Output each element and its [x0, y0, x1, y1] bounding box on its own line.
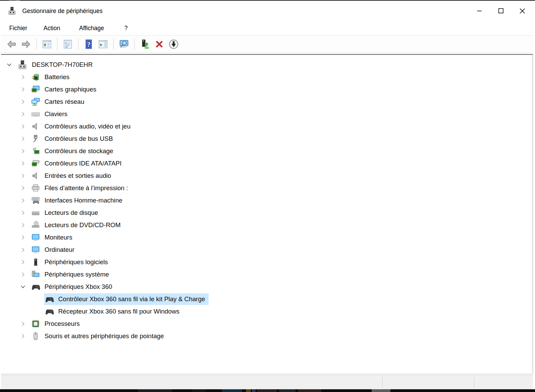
tree-item[interactable]: Moniteurs — [1, 231, 533, 244]
uninstall-device-button[interactable] — [152, 37, 166, 51]
tree-item[interactable]: Souris et autres périphériques de pointa… — [1, 330, 533, 342]
tree-item-label: Récepteur Xbox 360 sans fil pour Windows — [58, 308, 179, 315]
tree-item-body[interactable]: Contrôleur Xbox 360 sans fil via le kit … — [44, 293, 209, 305]
chevron-right-icon[interactable] — [20, 185, 26, 191]
tree-item[interactable]: Périphériques logiciels — [1, 256, 533, 268]
disable-device-button[interactable] — [167, 37, 181, 51]
close-button[interactable] — [512, 1, 533, 21]
chevron-right-icon[interactable] — [20, 222, 26, 228]
tree-item-body[interactable]: Cartes réseau — [30, 96, 88, 108]
chevron-right-icon[interactable] — [20, 333, 26, 339]
tree-item[interactable]: DESKTOP-7H70EHR — [1, 59, 533, 71]
tree-item-body[interactable]: Récepteur Xbox 360 sans fil pour Windows — [44, 306, 183, 317]
tree-item[interactable]: Cartes réseau — [1, 96, 533, 108]
chevron-right-icon[interactable] — [20, 247, 26, 253]
toolbar-separator — [78, 38, 78, 50]
menu-action[interactable]: Action — [43, 21, 60, 35]
chevron-down-icon[interactable] — [20, 284, 26, 290]
tree-item[interactable]: Cartes graphiques — [1, 83, 533, 96]
chevron-right-icon[interactable] — [20, 210, 26, 216]
back-button[interactable] — [5, 37, 18, 51]
chevron-right-icon[interactable] — [20, 148, 26, 154]
tree-item[interactable]: Files d’attente à l’impression : — [1, 182, 533, 194]
tree-item[interactable]: Batteries — [1, 71, 533, 83]
mouse-icon — [31, 332, 40, 341]
forward-button[interactable] — [19, 37, 33, 51]
tree-item-label: Contrôleur Xbox 360 sans fil via le kit … — [58, 295, 205, 303]
tree-item-body[interactable]: Périphériques système — [30, 269, 112, 280]
properties-button[interactable] — [61, 37, 75, 51]
chevron-right-icon[interactable] — [20, 272, 26, 277]
chevron-right-icon[interactable] — [20, 173, 26, 179]
chevron-right-icon[interactable] — [20, 161, 26, 166]
tree-item[interactable]: Claviers — [1, 108, 533, 120]
toolbar-separator — [36, 38, 37, 50]
show-hide-action-pane-button[interactable] — [96, 37, 110, 51]
tree-item-body[interactable]: Lecteurs de disque — [30, 207, 101, 219]
chevron-right-icon[interactable] — [20, 111, 26, 117]
tree-item[interactable]: Lecteurs de disque — [1, 207, 533, 219]
title-bar[interactable]: Gestionnaire de périphériques — [1, 1, 533, 21]
tree-item[interactable]: Entrées et sorties audio — [1, 170, 533, 182]
device-tree-panel[interactable]: DESKTOP-7H70EHRBatteriesCartes graphique… — [1, 54, 533, 374]
minimize-button[interactable] — [469, 1, 490, 21]
tree-item-body[interactable]: Entrées et sorties audio — [30, 170, 114, 182]
tree-item-body[interactable]: Contrôleurs audio, vidéo et jeu — [30, 121, 134, 132]
tree-item-label: Ordinateur — [45, 246, 74, 254]
menu-aide[interactable]: ? — [124, 21, 128, 35]
tree-item-body[interactable]: Processeurs — [30, 318, 83, 330]
scan-hardware-changes-button[interactable] — [117, 37, 131, 51]
tree-item[interactable]: Contrôleurs IDE ATA/ATAPI — [1, 157, 533, 170]
tree-item-body[interactable]: Contrôleurs de stockage — [30, 145, 117, 157]
menu-affichage[interactable]: Affichage — [79, 21, 104, 35]
show-hide-console-tree-button[interactable] — [40, 37, 54, 51]
tree-item[interactable]: Ordinateur — [1, 244, 533, 256]
chevron-right-icon[interactable] — [20, 74, 26, 80]
chevron-right-icon[interactable] — [20, 235, 26, 240]
chevron-right-icon[interactable] — [20, 87, 26, 92]
window-tree-icon — [41, 39, 52, 50]
chevron-right-icon[interactable] — [20, 259, 26, 265]
tree-item-body[interactable]: Lecteurs de DVD/CD-ROM — [30, 219, 124, 231]
tree-item-body[interactable]: Périphériques logiciels — [30, 256, 111, 268]
tree-item-body[interactable]: Périphériques Xbox 360 — [30, 281, 115, 293]
tree-item[interactable]: Contrôleurs audio, vidéo et jeu — [1, 120, 533, 133]
chevron-right-icon[interactable] — [20, 99, 26, 105]
tree-item-body[interactable]: Souris et autres périphériques de pointa… — [30, 330, 167, 342]
menu-fichier[interactable]: Fichier — [9, 21, 27, 35]
tree-item[interactable]: Périphériques Xbox 360 — [1, 281, 533, 293]
battery-icon — [31, 73, 40, 82]
chevron-right-icon[interactable] — [20, 124, 26, 129]
tree-item[interactable]: Contrôleurs de bus USB — [1, 133, 533, 145]
tree-item[interactable]: Contrôleurs de stockage — [1, 145, 533, 157]
tree-item-body[interactable]: Moniteurs — [30, 232, 76, 243]
tree-item-body[interactable]: Contrôleurs IDE ATA/ATAPI — [30, 158, 125, 169]
chevron-right-icon[interactable] — [20, 198, 26, 203]
chevron-down-icon[interactable] — [7, 62, 12, 68]
tree-item[interactable]: Processeurs — [1, 318, 533, 330]
tree-item-label: Lecteurs de disque — [45, 209, 98, 217]
chevron-right-icon[interactable] — [20, 321, 26, 327]
tree-item[interactable]: Récepteur Xbox 360 sans fil pour Windows — [1, 305, 533, 318]
tree-item-body[interactable]: DESKTOP-7H70EHR — [17, 59, 96, 71]
tree-item-label: Contrôleurs de stockage — [45, 147, 113, 155]
tree-item-body[interactable]: Batteries — [30, 71, 73, 83]
update-driver-button[interactable] — [138, 37, 152, 51]
tree-item[interactable]: Contrôleur Xbox 360 sans fil via le kit … — [1, 293, 533, 305]
tree-item-body[interactable]: Claviers — [30, 108, 71, 120]
tree-item-body[interactable]: Files d’attente à l’impression : — [30, 182, 132, 194]
help-button[interactable]: ? — [82, 37, 96, 51]
tree-item[interactable]: Interfaces Homme-machine — [1, 194, 533, 207]
tree-item-body[interactable]: Ordinateur — [30, 244, 78, 256]
tree-item-label: Interfaces Homme-machine — [45, 197, 122, 204]
tree-item[interactable]: Lecteurs de DVD/CD-ROM — [1, 219, 533, 231]
tree-item[interactable]: Périphériques système — [1, 268, 533, 281]
device-tree: DESKTOP-7H70EHRBatteriesCartes graphique… — [1, 55, 533, 342]
tree-item-body[interactable]: Contrôleurs de bus USB — [30, 133, 116, 145]
tree-item-body[interactable]: Cartes graphiques — [30, 84, 100, 95]
tree-item-label: Lecteurs de DVD/CD-ROM — [45, 221, 121, 229]
maximize-button[interactable] — [490, 1, 512, 21]
tree-item-body[interactable]: Interfaces Homme-machine — [30, 195, 126, 206]
chevron-right-icon[interactable] — [20, 136, 26, 142]
monitor-icon — [31, 233, 40, 242]
